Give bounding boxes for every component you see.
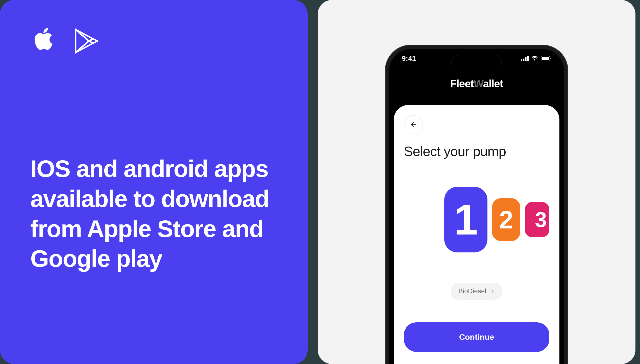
battery-icon (541, 56, 551, 61)
svg-rect-1 (523, 59, 524, 61)
svg-rect-0 (521, 59, 522, 61)
continue-button[interactable]: Continue (404, 322, 549, 352)
pump-option-3[interactable]: 3 (525, 202, 549, 237)
promo-text: IOS and android apps available to downlo… (30, 154, 277, 274)
back-button[interactable] (404, 115, 423, 134)
svg-rect-3 (527, 56, 529, 61)
app-content: Select your pump 1 2 3 BioDiesel Continu… (394, 105, 559, 364)
brand-w: W (474, 78, 483, 90)
brand-suffix: allet (483, 78, 503, 90)
chevron-right-icon (491, 289, 495, 293)
svg-rect-6 (551, 58, 551, 60)
wifi-icon (531, 56, 538, 61)
store-icons-row (30, 25, 277, 58)
app-header: FleetWallet (389, 65, 564, 105)
svg-rect-2 (525, 57, 527, 61)
signal-icon (521, 56, 529, 61)
status-icons (521, 56, 551, 61)
arrow-left-icon (410, 121, 417, 128)
pump-option-1[interactable]: 1 (444, 187, 487, 252)
status-time: 9:41 (402, 55, 416, 63)
pump-selector: 1 2 3 (444, 187, 549, 252)
phone-preview-panel: 9:41 FleetWall (318, 0, 635, 364)
brand-prefix: Fleet (450, 78, 474, 90)
phone-frame: 9:41 FleetWall (386, 45, 568, 364)
pump-option-2[interactable]: 2 (492, 198, 520, 241)
promo-panel: IOS and android apps available to downlo… (0, 0, 308, 364)
fuel-type-label: BioDiesel (458, 287, 486, 295)
google-play-icon (72, 25, 101, 58)
fuel-type-chip[interactable]: BioDiesel (451, 283, 502, 300)
svg-rect-5 (542, 57, 549, 60)
dynamic-island (451, 55, 502, 69)
screen-title: Select your pump (404, 143, 549, 159)
apple-icon (30, 25, 57, 58)
app-brand: FleetWallet (389, 78, 564, 90)
